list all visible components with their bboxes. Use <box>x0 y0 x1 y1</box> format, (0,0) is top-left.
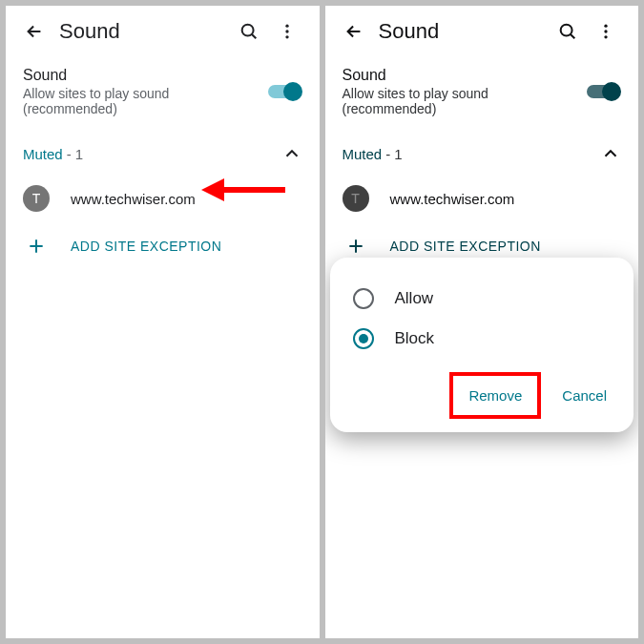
sound-toggle-row[interactable]: Sound Allow sites to play sound (recomme… <box>6 57 320 130</box>
muted-section-header[interactable]: Muted - 1 <box>325 130 639 174</box>
add-site-label: ADD SITE EXCEPTION <box>71 239 221 254</box>
section-label: Muted <box>343 146 383 162</box>
back-button[interactable] <box>15 12 53 51</box>
site-row[interactable]: T www.techwiser.com <box>325 174 639 223</box>
search-icon <box>239 21 260 42</box>
more-vert-icon <box>278 22 297 41</box>
site-favicon: T <box>23 185 50 212</box>
app-bar: Sound <box>6 6 320 57</box>
setting-text: Sound Allow sites to play sound (recomme… <box>23 67 266 116</box>
more-vert-icon <box>596 22 615 41</box>
setting-subtitle: Allow sites to play sound (recommended) <box>23 86 266 116</box>
svg-point-0 <box>241 25 253 36</box>
add-site-exception-button[interactable]: ADD SITE EXCEPTION <box>6 223 320 269</box>
section-label: Muted <box>23 146 63 162</box>
allow-label: Allow <box>395 289 434 308</box>
allow-option[interactable]: Allow <box>347 279 617 319</box>
screenshot-left: Sound Sound Allow sites to play sound (r… <box>6 6 320 638</box>
plus-icon <box>23 237 50 256</box>
content-area: Sound Allow sites to play sound (recomme… <box>325 57 639 269</box>
radio-selected-icon <box>353 328 374 349</box>
site-url: www.techwiser.com <box>71 191 196 207</box>
block-option[interactable]: Block <box>347 319 617 359</box>
muted-section-header[interactable]: Muted - 1 <box>6 130 320 174</box>
overflow-menu-button[interactable] <box>587 12 625 51</box>
svg-point-7 <box>604 25 607 28</box>
svg-point-6 <box>561 25 572 36</box>
section-count: - 1 <box>67 146 84 162</box>
svg-point-2 <box>285 30 288 32</box>
switch-track <box>587 85 619 98</box>
page-title: Sound <box>59 19 230 44</box>
search-icon <box>557 21 578 42</box>
radio-unselected-icon <box>353 288 374 309</box>
site-row[interactable]: T www.techwiser.com <box>6 174 320 223</box>
setting-subtitle: Allow sites to play sound (recommended) <box>343 86 586 116</box>
sound-toggle[interactable] <box>585 81 621 102</box>
svg-point-3 <box>285 35 288 38</box>
site-favicon: T <box>343 185 369 212</box>
svg-point-8 <box>604 30 607 32</box>
block-label: Block <box>395 329 435 348</box>
chevron-up-icon <box>600 143 621 164</box>
setting-title: Sound <box>23 67 266 84</box>
page-title: Sound <box>379 19 550 44</box>
plus-icon <box>343 237 369 256</box>
permission-dialog: Allow Block Remove Cancel <box>330 258 634 432</box>
cancel-button[interactable]: Cancel <box>552 380 616 411</box>
annotation-highlight: Remove <box>449 372 541 419</box>
search-button[interactable] <box>230 12 268 51</box>
switch-thumb <box>283 82 302 101</box>
section-count: - 1 <box>385 146 403 162</box>
dialog-actions: Remove Cancel <box>347 359 617 419</box>
svg-point-9 <box>604 35 607 38</box>
chevron-up-icon <box>281 143 302 164</box>
app-bar: Sound <box>325 6 639 57</box>
search-button[interactable] <box>549 12 587 51</box>
add-site-label: ADD SITE EXCEPTION <box>390 239 541 254</box>
remove-button[interactable]: Remove <box>459 380 531 411</box>
content-area: Sound Allow sites to play sound (recomme… <box>6 57 320 269</box>
overflow-menu-button[interactable] <box>268 12 306 51</box>
arrow-back-icon <box>343 21 364 42</box>
svg-point-1 <box>285 25 288 28</box>
screenshot-right: Sound Sound Allow sites to play sound (r… <box>325 6 639 638</box>
sound-toggle-row[interactable]: Sound Allow sites to play sound (recomme… <box>325 57 639 130</box>
arrow-back-icon <box>24 21 45 42</box>
back-button[interactable] <box>335 12 373 51</box>
switch-thumb <box>602 82 621 101</box>
setting-text: Sound Allow sites to play sound (recomme… <box>343 67 586 116</box>
sound-toggle[interactable] <box>266 81 302 102</box>
setting-title: Sound <box>343 67 586 84</box>
site-url: www.techwiser.com <box>390 191 515 207</box>
